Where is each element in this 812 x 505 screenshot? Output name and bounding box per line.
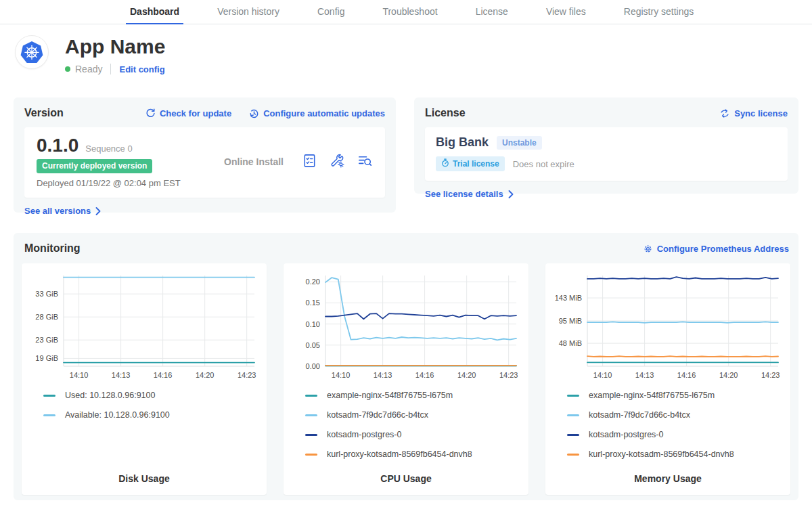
series-swatch xyxy=(567,395,579,397)
svg-text:95 MiB: 95 MiB xyxy=(559,317,582,325)
schedule-update-icon xyxy=(249,108,259,118)
edit-config-link[interactable]: Edit config xyxy=(119,64,164,74)
tab-dashboard[interactable]: Dashboard xyxy=(126,0,183,24)
memory-usage-plot[interactable]: 143 MiB95 MiB48 MiB14:1014:1314:1614:201… xyxy=(552,270,784,384)
deploy-logs-icon[interactable] xyxy=(357,153,373,171)
tab-license[interactable]: License xyxy=(472,0,512,24)
disk-usage-legend: Used: 10.128.0.96:9100 Available: 10.128… xyxy=(28,391,260,420)
chart-title: Memory Usage xyxy=(552,473,784,484)
top-navigation: DashboardVersion historyConfigTroublesho… xyxy=(0,0,812,24)
svg-text:14:13: 14:13 xyxy=(374,371,392,379)
legend-item: kotsadm-postgres-0 xyxy=(305,430,522,439)
svg-text:14:10: 14:10 xyxy=(593,371,612,379)
svg-text:14:20: 14:20 xyxy=(196,371,215,379)
disk-usage-plot[interactable]: 33 GiB28 GiB23 GiB19 GiB14:1014:1314:161… xyxy=(28,270,260,384)
panel-row: Version Check for update Configure autom… xyxy=(0,97,812,213)
status-text: Ready xyxy=(75,64,102,74)
legend-item: kotsadm-postgres-0 xyxy=(567,430,784,439)
svg-text:14:13: 14:13 xyxy=(112,371,131,379)
svg-text:48 MiB: 48 MiB xyxy=(559,339,582,347)
sync-license-link[interactable]: Sync license xyxy=(719,108,788,118)
monitoring-header: Monitoring Configure Prometheus Address xyxy=(22,241,790,255)
tab-config[interactable]: Config xyxy=(313,0,348,24)
svg-text:143 MiB: 143 MiB xyxy=(555,294,582,302)
memory-usage-legend: example-nginx-54f8f76755-l675m kotsadm-7… xyxy=(552,391,784,459)
customer-name: Big Bank xyxy=(436,135,489,150)
legend-item: kotsadm-7f9dc7d66c-b4tcx xyxy=(567,410,784,420)
gear-icon xyxy=(643,244,653,254)
configure-automatic-updates-link[interactable]: Configure automatic updates xyxy=(249,108,385,118)
monitoring-title: Monitoring xyxy=(24,242,81,255)
install-type-label: Online Install xyxy=(206,156,302,167)
tab-view-files[interactable]: View files xyxy=(542,0,590,24)
see-license-details-link[interactable]: See license details xyxy=(425,189,514,199)
license-title: License xyxy=(425,107,466,119)
disk-usage-card: 33 GiB28 GiB23 GiB19 GiB14:1014:1314:161… xyxy=(22,263,267,495)
monitoring-charts: 33 GiB28 GiB23 GiB19 GiB14:1014:1314:161… xyxy=(22,263,790,495)
tab-version-history[interactable]: Version history xyxy=(213,0,284,24)
svg-text:14:23: 14:23 xyxy=(499,371,518,379)
see-all-versions-link[interactable]: See all versions xyxy=(24,206,101,216)
kots-dashboard-page: DashboardVersion historyConfigTroublesho… xyxy=(0,0,812,505)
deployed-timestamp: Deployed 01/19/22 @ 02:04 pm EST xyxy=(37,178,206,188)
expiry-text: Does not expire xyxy=(513,159,574,169)
license-card: License Sync license Big Bank Unstable xyxy=(414,97,798,194)
series-swatch xyxy=(43,414,55,416)
version-info: 0.1.0 Sequence 0 Currently deployed vers… xyxy=(37,135,206,188)
svg-text:33 GiB: 33 GiB xyxy=(35,290,58,298)
page-title: App Name xyxy=(65,35,165,58)
tab-troubleshoot[interactable]: Troubleshoot xyxy=(378,0,441,24)
svg-text:0.10: 0.10 xyxy=(306,320,320,328)
svg-text:14:20: 14:20 xyxy=(719,371,738,379)
legend-item: Used: 10.128.0.96:9100 xyxy=(43,391,260,400)
svg-text:19 GiB: 19 GiB xyxy=(35,354,58,362)
svg-text:14:20: 14:20 xyxy=(457,371,476,379)
license-details-card: Big Bank Unstable Trial license Does not… xyxy=(425,127,788,181)
license-type-badge: Trial license xyxy=(436,156,505,171)
version-title: Version xyxy=(24,107,64,119)
sequence-label: Sequence 0 xyxy=(85,144,132,154)
divider xyxy=(110,64,111,74)
svg-text:0.05: 0.05 xyxy=(306,341,320,349)
cpu-usage-legend: example-nginx-54f8f76755-l675m kotsadm-7… xyxy=(290,391,522,459)
configure-prometheus-link[interactable]: Configure Prometheus Address xyxy=(643,244,789,254)
version-action-icons xyxy=(302,153,373,171)
channel-badge: Unstable xyxy=(497,136,542,150)
chart-title: CPU Usage xyxy=(290,473,522,484)
series-swatch xyxy=(567,414,579,416)
series-swatch xyxy=(305,395,317,397)
svg-text:23 GiB: 23 GiB xyxy=(35,336,58,344)
nav-tabs: DashboardVersion historyConfigTroublesho… xyxy=(126,0,698,24)
series-swatch xyxy=(305,454,317,456)
status-dot xyxy=(65,66,70,72)
series-swatch xyxy=(567,434,579,436)
config-wrench-icon[interactable] xyxy=(330,153,345,171)
legend-item: kurl-proxy-kotsadm-8569fb6454-dnvh8 xyxy=(567,449,784,459)
cpu-usage-card: 0.200.150.100.050.0014:1014:1314:1614:20… xyxy=(284,263,528,495)
svg-text:14:10: 14:10 xyxy=(70,371,89,379)
legend-item: kurl-proxy-kotsadm-8569fb6454-dnvh8 xyxy=(305,449,522,459)
legend-item: kotsadm-7f9dc7d66c-b4tcx xyxy=(305,410,522,420)
svg-text:14:16: 14:16 xyxy=(154,371,173,379)
svg-text:0.00: 0.00 xyxy=(306,362,320,370)
chart-title: Disk Usage xyxy=(28,473,260,484)
license-card-header: License Sync license xyxy=(425,107,788,119)
check-for-update-link[interactable]: Check for update xyxy=(145,108,231,118)
svg-text:14:23: 14:23 xyxy=(761,371,780,379)
tab-registry-settings[interactable]: Registry settings xyxy=(620,0,698,24)
series-swatch xyxy=(305,434,317,436)
svg-text:0.20: 0.20 xyxy=(306,278,320,286)
app-header: App Name Ready Edit config xyxy=(0,24,812,95)
stopwatch-icon xyxy=(441,158,449,169)
svg-text:28 GiB: 28 GiB xyxy=(35,313,58,321)
sync-icon xyxy=(719,108,730,118)
cpu-usage-plot[interactable]: 0.200.150.100.050.0014:1014:1314:1614:20… xyxy=(290,270,522,384)
version-number: 0.1.0 xyxy=(37,135,78,156)
status-row: Ready Edit config xyxy=(65,64,165,74)
preflight-checks-icon[interactable] xyxy=(302,153,317,171)
legend-item: example-nginx-54f8f76755-l675m xyxy=(305,391,522,400)
chevron-right-icon xyxy=(95,207,101,215)
kubernetes-icon xyxy=(15,35,49,69)
chevron-right-icon xyxy=(508,190,514,198)
svg-text:14:23: 14:23 xyxy=(238,371,256,379)
